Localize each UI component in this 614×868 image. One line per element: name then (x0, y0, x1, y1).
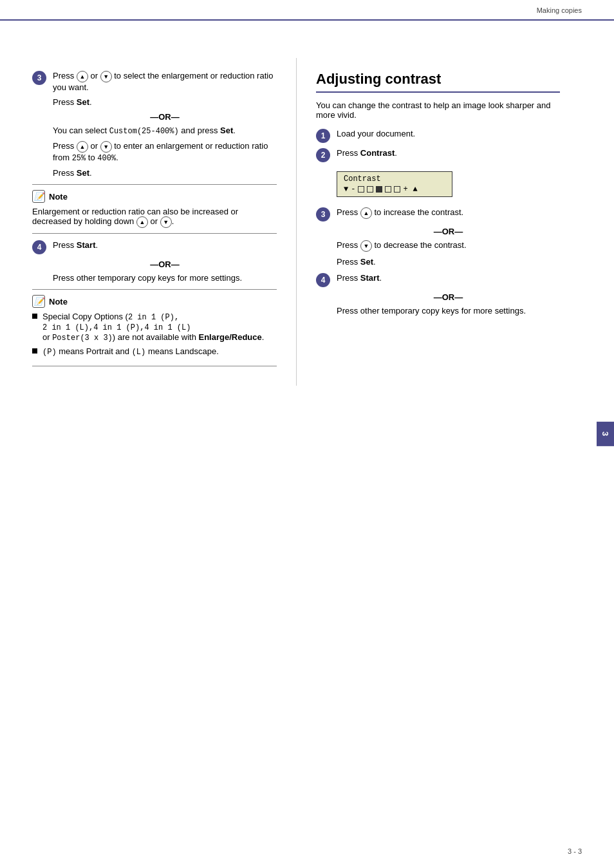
main-content: 3 Press ▲ or ▼ to select the enlargement… (0, 58, 614, 386)
other-keys-left-text: Press other temporary copy keys for more… (53, 273, 242, 283)
note-1-text: Enlargement or reduction ratio can also … (32, 207, 238, 226)
set-bold-3: Set (77, 168, 89, 178)
step-3-content: Press ▲ or ▼ to select the enlargement o… (53, 71, 277, 92)
start-bold-right: Start (360, 273, 380, 283)
right-column: Adjusting contrast You can change the co… (296, 58, 592, 386)
bullet-square-1 (32, 314, 37, 319)
seg-5 (394, 186, 400, 193)
page-footer: 3 - 3 (568, 847, 582, 855)
note-box-1: 📝 Note Enlargement or reduction ratio ca… (32, 184, 277, 234)
bullet-square-2 (32, 348, 37, 354)
decrease-text: Press ▼ to decrease the contrast. (337, 240, 467, 250)
right-step-2-row: 2 Press Contrast. (316, 148, 560, 162)
down-arrow-right: ▼ (360, 240, 372, 252)
note-icon-1: 📝 (32, 190, 45, 203)
step3-text: Press ▲ or ▼ to select the enlargement o… (53, 71, 273, 92)
seg-3 (376, 186, 382, 193)
note-2-list: Special Copy Options (2 in 1 (P),2 in 1 … (32, 312, 277, 357)
right-step-1-text: Load your document. (337, 129, 415, 138)
contrast-bold: Contrast (360, 148, 395, 158)
note-2-title: 📝 Note (32, 295, 277, 308)
step-3-circle: 3 (32, 71, 46, 85)
other-keys-left: Press other temporary copy keys for more… (32, 273, 277, 283)
other-keys-right-text: Press other temporary copy keys for more… (337, 306, 526, 316)
section-title: Adjusting contrast (316, 71, 560, 93)
set-bold-2: Set (220, 126, 233, 135)
press-set-right-text: Press Set. (337, 257, 376, 267)
right-or-line-2: —OR— (316, 292, 560, 302)
decrease-contrast: Press ▼ to decrease the contrast. (316, 240, 560, 252)
right-step-2-circle: 2 (316, 148, 330, 162)
right-step-3-content: Press ▲ to increase the contrast. (337, 207, 560, 219)
note-box-2: 📝 Note Special Copy Options (2 in 1 (P),… (32, 289, 277, 366)
set-bold-1: Set (77, 97, 89, 107)
page-header: Making copies (537, 6, 582, 14)
custom-text: You can select Custom(25-400%) and press… (32, 126, 277, 136)
section-intro: You can change the contrast to help an i… (316, 100, 560, 120)
press-set-right: Press Set. (316, 257, 560, 267)
lcd-row1-text: Contrast (344, 175, 381, 184)
to-code: 400% (97, 154, 116, 163)
from-code: 25% (72, 154, 86, 163)
top-border (0, 19, 614, 21)
set-bold-right: Set (360, 257, 373, 267)
footer-text: 3 - 3 (568, 847, 582, 855)
right-or-line-1: —OR— (316, 227, 560, 236)
up-arrow-icon-2: ▲ (77, 141, 88, 153)
lcd-up-arrow: ▲ (413, 185, 418, 194)
header-text: Making copies (537, 6, 582, 14)
right-step-4-content: Press Start. (337, 273, 560, 283)
chapter-tab-text: 3 (600, 431, 610, 437)
enter-ratio-text: Press ▲ or ▼ to enter an enlargement or … (32, 141, 277, 163)
right-step-1-row: 1 Load your document. (316, 129, 560, 143)
or-text-2: —OR— (150, 259, 180, 269)
step-4-circle: 4 (32, 240, 46, 254)
down-arrow-icon-3: ▼ (160, 216, 172, 228)
lcd-row1: Contrast (344, 175, 445, 184)
seg-2 (367, 186, 373, 193)
right-step-3-circle: 3 (316, 207, 330, 222)
down-arrow-icon-2: ▼ (100, 141, 112, 153)
enter-ratio-content: Press ▲ or ▼ to enter an enlargement or … (53, 141, 268, 162)
press-set-1: Press Set. (32, 97, 277, 107)
step-4-content: Press Start. (53, 240, 277, 250)
down-arrow-icon: ▼ (100, 71, 112, 82)
start-bold-left: Start (77, 240, 96, 250)
note-1-body: Enlargement or reduction ratio can also … (32, 207, 277, 228)
note-2-bullet-2: (P) means Portrait and (L) means Landsca… (32, 346, 277, 357)
custom-text-content: You can select Custom(25-400%) and press… (53, 126, 236, 135)
up-arrow-icon: ▲ (77, 71, 88, 82)
lcd-dash: - (351, 185, 355, 194)
press-set-1-text: Press Set. (53, 97, 92, 107)
right-step-3-row: 3 Press ▲ to increase the contrast. (316, 207, 560, 222)
custom-code: Custom(25-400%) (109, 127, 179, 136)
right-step-4-row: 4 Press Start. (316, 273, 560, 287)
note-1-title-text: Note (49, 192, 68, 202)
note-2-bullet-1-text: Special Copy Options (2 in 1 (P),2 in 1 … (42, 312, 264, 343)
other-keys-right: Press other temporary copy keys for more… (316, 306, 560, 316)
step-4-row: 4 Press Start. (32, 240, 277, 254)
chapter-tab: 3 (597, 422, 614, 446)
up-arrow-right: ▲ (360, 207, 372, 219)
right-step-4-circle: 4 (316, 273, 330, 287)
or-line-1: —OR— (32, 112, 277, 122)
seg-1 (358, 186, 364, 193)
seg-4 (385, 186, 391, 193)
right-step-1-content: Load your document. (337, 129, 560, 138)
press-set-3-text: Press Set. (53, 168, 92, 178)
right-step-3-text: Press ▲ to increase the contrast. (337, 207, 463, 217)
note-1-title: 📝 Note (32, 190, 277, 203)
right-or-text-2: —OR— (434, 292, 463, 302)
note-2-bullet-2-text: (P) means Portrait and (L) means Landsca… (42, 346, 219, 357)
lcd-display: Contrast ▼ - + ▲ (337, 171, 452, 197)
note-2-bullet-1: Special Copy Options (2 in 1 (P),2 in 1 … (32, 312, 277, 343)
up-arrow-icon-3: ▲ (136, 216, 148, 228)
right-step-2-content: Press Contrast. (337, 148, 560, 158)
right-step-1-circle: 1 (316, 129, 330, 143)
left-column: 3 Press ▲ or ▼ to select the enlargement… (0, 58, 296, 386)
step4-text: Press Start. (53, 240, 98, 250)
step-3-row: 3 Press ▲ or ▼ to select the enlargement… (32, 71, 277, 92)
note-icon-2: 📝 (32, 295, 45, 308)
right-or-text-1: —OR— (434, 227, 463, 236)
lcd-down-arrow: ▼ (344, 185, 348, 194)
